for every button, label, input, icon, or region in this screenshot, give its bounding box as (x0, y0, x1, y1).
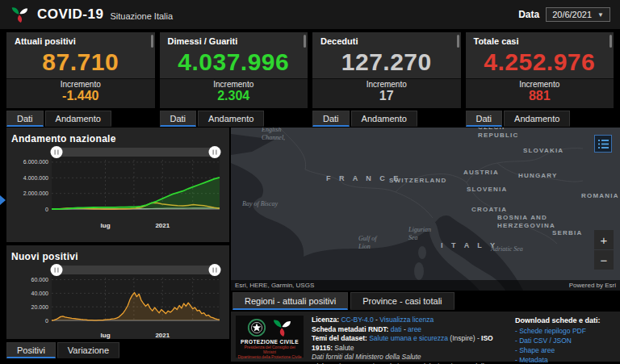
panel-andamento-nazionale: Andamento nazionale 02.000.0004.000.0006… (6, 128, 229, 242)
download-title: Download schede e dati: (515, 316, 614, 325)
increment-label: Incremento (312, 80, 461, 89)
dataset-info: Licenza: CC-BY-4.0 - Visualizza licenza … (312, 316, 507, 358)
download-metadata-link[interactable]: - Metadata (515, 355, 614, 364)
card-scrollbar[interactable] (610, 35, 612, 48)
salute-umana-link[interactable]: Salute umana e sicurezza (369, 334, 448, 342)
app-title: COVID-19 (37, 6, 103, 23)
visualizza-licenza-link[interactable]: Visualizza licenza (379, 316, 434, 324)
card-dimessi-guariti: Dimessi / Guariti 4.037.996 Incremento 2… (160, 32, 308, 108)
svg-text:60.000: 60.000 (31, 277, 49, 282)
separator: (Inspire) - (448, 334, 481, 342)
attribution-sources: Esri, HERE, Garmin, USGS (235, 282, 314, 289)
separator: - (402, 325, 408, 333)
date-label: Data (518, 9, 539, 20)
download-csv-json-link[interactable]: - Dati CSV / JSON (515, 336, 614, 345)
tab-andamento[interactable]: Andamento (504, 111, 570, 127)
download-pdf-link[interactable]: - Schede riepilogo PDF (515, 326, 614, 336)
iso-value: Salute (333, 344, 354, 352)
app-subtitle: Situazione Italia (110, 11, 173, 21)
date-dropdown[interactable]: 20/6/2021 ▼ (546, 7, 610, 22)
card-title: Deceduti (312, 32, 461, 46)
chart-title: Andamento nazionale (11, 133, 224, 144)
andamento-nazionale-chart[interactable]: 02.000.0004.000.0006.000.000lug2021 (11, 146, 224, 230)
map-attribution: Esri, HERE, Garmin, USGS Powered by Esri (231, 280, 620, 291)
card-value: 4.252.976 (466, 46, 614, 78)
increment-label: Incremento (160, 80, 308, 89)
card-title: Attuali positivi (6, 32, 155, 46)
rndt-aree-link[interactable]: aree (408, 325, 421, 333)
powered-by-esri: Powered by Esri (569, 282, 616, 289)
logo-title: PROTEZIONE CIVILE (241, 339, 299, 345)
logo-subtitle-1: Presidenza del Consiglio dei Ministri (237, 345, 302, 354)
tab-dati[interactable]: Dati (312, 111, 350, 127)
zoom-in-button[interactable]: + (594, 230, 614, 249)
svg-text:40.000: 40.000 (31, 291, 49, 296)
card-value: 4.037.996 (160, 46, 308, 78)
card-scrollbar[interactable] (304, 35, 306, 48)
panel-nuovi-positivi: Nuovi positivi 020.00040.00060.000lug202… (6, 245, 229, 339)
tab-dati[interactable]: Dati (160, 111, 197, 127)
card-title: Totale casi (466, 32, 614, 46)
tab-variazione[interactable]: Variazione (57, 342, 119, 358)
svg-text:2021: 2021 (155, 222, 170, 229)
svg-text:4.000.000: 4.000.000 (23, 175, 48, 181)
increment-value: 881 (466, 89, 614, 103)
svg-text:6.000.000: 6.000.000 (23, 159, 48, 165)
tab-province-casi-totali[interactable]: Province - casi totali (350, 292, 454, 310)
stat-cards-row: Attuali positivi 87.710 Incremento -1.44… (6, 32, 614, 127)
card-value: 127.270 (312, 46, 461, 78)
tab-regioni-attuali-positivi[interactable]: Regioni - attuali positivi (232, 292, 348, 310)
download-block: Download schede e dati: - Schede riepilo… (515, 316, 614, 358)
svg-text:20.000: 20.000 (31, 304, 49, 310)
increment-value: 17 (312, 89, 461, 103)
card-scrollbar[interactable] (457, 35, 459, 48)
tab-andamento[interactable]: Andamento (45, 111, 111, 127)
svg-text:0: 0 (45, 318, 48, 324)
tab-dati[interactable]: Dati (466, 111, 503, 127)
tab-andamento[interactable]: Andamento (351, 111, 417, 127)
italy-map[interactable]: English Channel,CZECH REPUBLICSLOVAKIAF … (231, 128, 620, 291)
fonte-line: Dati forniti dal Ministero della Salute (312, 353, 507, 362)
legend-button[interactable] (594, 135, 612, 153)
republic-emblem-icon (247, 318, 266, 337)
tab-positivi[interactable]: Positivi (6, 342, 56, 358)
increment-label: Incremento (466, 80, 614, 89)
svg-text:0: 0 (45, 207, 48, 212)
protezione-civile-logo-icon (10, 6, 29, 23)
chevron-down-icon: ▼ (597, 11, 604, 19)
increment-value: 2.304 (160, 89, 308, 103)
svg-text:lug: lug (101, 222, 111, 229)
rndt-dati-link[interactable]: dati (391, 325, 402, 333)
card-attuali-positivi: Attuali positivi 87.710 Incremento -1.44… (6, 32, 155, 108)
licenza-link[interactable]: CC-BY-4.0 (341, 316, 373, 324)
charts-column: Andamento nazionale 02.000.0004.000.0006… (6, 128, 229, 358)
card-scrollbar[interactable] (151, 35, 153, 48)
basemap-svg (231, 128, 620, 291)
temi-label: Temi del dataset: (312, 334, 367, 342)
tab-andamento[interactable]: Andamento (198, 111, 264, 127)
card-title: Dimessi / Guariti (160, 32, 308, 46)
chart-title: Nuovi positivi (11, 251, 224, 262)
nuovi-positivi-chart[interactable]: 020.00040.00060.000lug2021 (11, 264, 224, 340)
card-deceduti: Deceduti 127.270 Incremento 17 (312, 32, 461, 108)
protezione-civile-logo-icon (271, 318, 292, 337)
svg-text:2021: 2021 (155, 332, 170, 339)
card-value: 87.710 (6, 46, 155, 78)
info-panel: Regioni - attuali positivi Province - ca… (231, 292, 620, 364)
rndt-label: Scheda metadati RNDT: (312, 325, 388, 333)
svg-text:2.000.000: 2.000.000 (23, 190, 48, 196)
legend-list-icon (598, 139, 609, 149)
date-value: 20/6/2021 (552, 10, 592, 19)
expand-panel-arrow[interactable] (0, 195, 6, 205)
tab-dati[interactable]: Dati (6, 111, 44, 127)
card-totale-casi: Totale casi 4.252.976 Incremento 881 (466, 32, 614, 108)
download-shape-link[interactable]: - Shape aree (515, 345, 614, 355)
increment-value: -1.440 (6, 89, 155, 103)
increment-label: Incremento (6, 80, 155, 89)
licenza-label: Licenza: (312, 316, 339, 324)
zoom-out-button[interactable]: − (594, 250, 614, 270)
app-header: COVID-19 Situazione Italia Data 20/6/202… (0, 0, 620, 29)
licenza-line: Licenza: CC-BY-4.0 - Visualizza licenza (312, 316, 507, 325)
rndt-line: Scheda metadati RNDT: dati - aree (312, 325, 507, 335)
temi-line: Temi del dataset: Salute umana e sicurez… (312, 334, 507, 353)
